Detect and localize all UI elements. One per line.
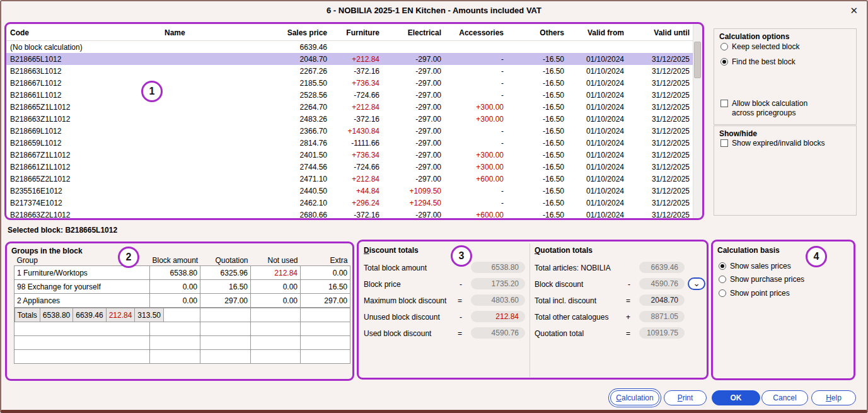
totals-row: Unused block discount-212.84: [364, 309, 525, 325]
block-table-cell: 31/12/2025: [628, 209, 693, 219]
groups-table-cell: [14, 350, 150, 364]
col-header-name[interactable]: Name: [161, 25, 262, 41]
col-header-electrical[interactable]: Electrical: [383, 25, 445, 41]
groups-table-row: 98 Exchange for yourself0.0016.500.0016.…: [14, 280, 350, 294]
block-table-row[interactable]: B218665Z1L10122264.70+212.84-297.00+300.…: [6, 101, 693, 113]
block-table-cell: 01/10/2024: [568, 125, 628, 137]
block-table-cell: [161, 113, 262, 125]
totals-row: Quotation total=10919.75: [535, 325, 685, 342]
print-button[interactable]: Print: [664, 390, 707, 405]
block-table-cell: [161, 149, 262, 161]
groups-table-cell: 0.00: [150, 294, 200, 308]
block-table-cell: +736.34: [331, 149, 383, 161]
block-table-cell: 31/12/2025: [628, 149, 693, 161]
groups-table-row: [14, 350, 350, 364]
ok-button[interactable]: OK: [712, 390, 760, 405]
block-table-cell: 01/10/2024: [568, 173, 628, 185]
block-table-row[interactable]: B218663L10122267.26-372.16-297.00--16.50…: [6, 65, 693, 77]
checkbox-icon: [720, 139, 728, 147]
radio-show-point-prices[interactable]: Show point prices: [719, 289, 790, 298]
operator: -: [460, 280, 462, 289]
block-table-cell: -297.00: [383, 209, 445, 219]
block-table-cell: B218667Z1L1012: [6, 149, 161, 161]
checkbox-show-expired-invalid-blocks[interactable]: Show expired/invalid blocks: [720, 139, 825, 148]
block-table-cell: +1099.50: [383, 185, 445, 197]
block-table-row[interactable]: B218663Z1L10122483.26-372.16-297.00+300.…: [6, 113, 693, 125]
block-table-cell: -16.50: [507, 65, 568, 77]
close-icon[interactable]: ✕: [850, 1, 858, 20]
groups-table: Group Block amount Quotation Not used Ex…: [14, 255, 350, 364]
block-table-row[interactable]: (No block calculation)6639.46: [6, 41, 693, 54]
col-header-code[interactable]: Code: [6, 25, 161, 41]
totals-row: Total articles: NOBILIA6639.46: [535, 260, 685, 276]
discount-totals-title: Discount totals: [364, 246, 419, 255]
groups-table-cell: [14, 322, 150, 336]
calculation-options-group: Calculation options Keep selected block …: [714, 28, 857, 125]
checkbox-allow-block-calculation-across-pricegroups[interactable]: Allow block calculationacross pricegroup…: [720, 99, 807, 118]
help-button[interactable]: Help: [811, 390, 856, 405]
groups-table-cell: 2 Appliances: [14, 294, 150, 308]
block-table-row[interactable]: B218667L10122185.50+736.34-297.00--16.50…: [6, 77, 693, 89]
block-table-cell: 2471.10: [262, 173, 331, 185]
totals-label: Maximum block discount: [364, 296, 446, 305]
radio-show-purchase-prices[interactable]: Show purchase prices: [719, 275, 804, 284]
calculation-button[interactable]: Calculation: [610, 390, 659, 405]
block-table-cell: 2366.70: [262, 125, 331, 137]
block-table-cell: -724.66: [331, 161, 383, 173]
expand-block-discount-button[interactable]: ⌄: [688, 277, 705, 290]
groups-table-cell: [150, 350, 200, 364]
radio-icon: [719, 276, 726, 283]
groups-table-cell: 297.00: [301, 294, 350, 308]
block-table-row[interactable]: B218665Z2L10122471.10+212.84-297.00+600.…: [6, 173, 693, 185]
totals-label: Total articles: NOBILIA: [535, 264, 611, 272]
block-table-cell: +736.34: [331, 77, 383, 89]
totals-row: Total incl. discount=2048.70: [535, 293, 685, 309]
groups-col-not-used: Not used: [251, 255, 301, 266]
vertical-scrollbar[interactable]: [693, 25, 702, 219]
radio-keep-selected-block[interactable]: Keep selected block: [720, 42, 799, 52]
col-header-valid-until[interactable]: Valid until: [628, 25, 693, 41]
groups-table-cell: 16.50: [301, 280, 350, 294]
col-header-sales-price[interactable]: Sales price: [262, 25, 331, 41]
value-field: 10919.75: [639, 327, 685, 339]
radio-show-sales-prices[interactable]: Show sales prices: [719, 262, 791, 271]
block-table-cell: 2744.56: [262, 161, 331, 173]
block-table-row[interactable]: B235516E10122440.50+44.84+1099.50--16.50…: [6, 185, 693, 197]
col-header-others[interactable]: Others: [507, 25, 568, 41]
scrollbar-thumb[interactable]: [694, 42, 701, 78]
block-table-cell: 01/10/2024: [568, 149, 628, 161]
groups-table-cell: 16.50: [200, 280, 251, 294]
block-table-header: Code Name Sales price Furniture Electric…: [6, 25, 693, 41]
block-table-cell: -297.00: [383, 89, 445, 101]
block-table-row[interactable]: B217374E10122462.10+296.24+1294.50--16.5…: [6, 197, 693, 209]
block-table-cell: B218667L1012: [6, 77, 161, 89]
checkbox-label-line2: across pricegroups: [732, 108, 796, 117]
totals-label: Unused block discount: [364, 313, 440, 322]
block-table-row[interactable]: B218665L10122048.70+212.84-297.00--16.50…: [6, 53, 693, 65]
groups-table-cell: [301, 308, 350, 322]
block-table-cell: [161, 41, 262, 54]
col-header-valid-from[interactable]: Valid from: [568, 25, 628, 41]
block-table-row[interactable]: B218661L10122528.56-724.66-297.00--16.50…: [6, 89, 693, 101]
col-header-furniture[interactable]: Furniture: [331, 25, 383, 41]
radio-find-best-block[interactable]: Find the best block: [720, 57, 796, 67]
block-table-row[interactable]: B218667Z1L10122401.50+736.34-297.00+300.…: [6, 149, 693, 161]
block-table-cell: +300.00: [445, 101, 507, 113]
totals-label: Used block discount: [364, 329, 431, 338]
groups-table-cell: [251, 336, 301, 350]
block-table-cell: 31/12/2025: [628, 53, 693, 65]
block-table-cell: 6639.46: [262, 41, 331, 54]
cancel-button[interactable]: Cancel: [761, 390, 808, 405]
block-table-cell: 31/12/2025: [628, 161, 693, 173]
block-table-cell: +212.84: [331, 53, 383, 65]
block-table-cell: -: [445, 53, 507, 65]
radio-label: Show purchase prices: [730, 275, 804, 284]
block-table-row[interactable]: B218663Z2L10122680.66-372.16-297.00+600.…: [6, 209, 693, 219]
col-header-accessories[interactable]: Accessories: [445, 25, 507, 41]
block-table-row[interactable]: B218659L10122814.76-1111.66-297.00--16.5…: [6, 137, 693, 149]
checkbox-icon: [720, 100, 728, 107]
block-table-cell: B218661Z1L1012: [6, 161, 161, 173]
selected-block-label: Selected block: B218665L1012: [8, 226, 117, 235]
block-table-row[interactable]: B218661Z1L10122744.56-724.66-297.00+300.…: [6, 161, 693, 173]
block-table-row[interactable]: B218669L10122366.70+1430.84-297.00--16.5…: [6, 125, 693, 137]
